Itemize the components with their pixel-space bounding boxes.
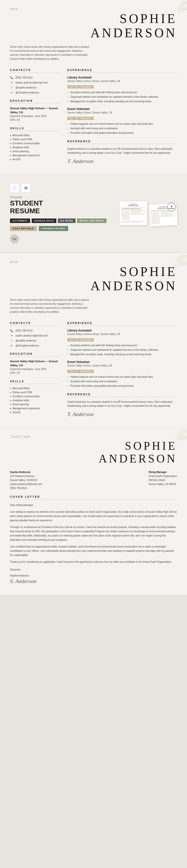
banner-tags: A4 FORMAT GOOGLE DOCS MS WORD READY FOR … — [10, 218, 112, 223]
cover-para-1: I am writing to express my interest in t… — [10, 510, 177, 523]
r2-j1-b1: Assisted students and staff with finding… — [67, 343, 177, 347]
phone-icon-2: 📞 — [10, 329, 13, 332]
resume2-job-1-title: Library Assistant — [67, 329, 177, 332]
resume2-school: Sunset Valley High School — Sunset Valle… — [10, 360, 60, 367]
education-title: EDUCATION — [10, 99, 60, 103]
instagram-icon: f — [10, 86, 13, 89]
template-label: Template — [10, 195, 112, 199]
skill-7: ArcGIS — [10, 158, 60, 161]
r2-j2-b1: Helped organize and run school events su… — [67, 375, 177, 379]
resume2-left: CONTACTS 📞 (555) 789-0123 ✉ sophie.ander… — [10, 321, 60, 417]
skills-title: SKILLS — [10, 127, 60, 131]
resume-name: SOPHIE ANDERSON — [10, 11, 177, 40]
resume2-signature: T. Anderson — [67, 411, 177, 417]
resume2-summary: Driven high school senior with strong or… — [10, 298, 90, 314]
job-2-bullet-2: Assisted with event setup and coordinati… — [67, 126, 177, 130]
resume2-skill-1: Microsoft Office — [10, 387, 60, 390]
template-banner: 📄 W Template STUDENT RESUME A4 FORMAT GO… — [0, 175, 187, 252]
easy-editable-button[interactable]: EASY EDITABLE — [10, 226, 37, 231]
banner-cta-row[interactable]: EASY EDITABLE CHANGE COLORS — [10, 226, 112, 231]
job-1-period: JUL '23 - PRESENT — [67, 85, 94, 89]
job-2: Event Volunteer Sunset Valley School, Su… — [67, 107, 177, 135]
scroll-down-button[interactable] — [10, 235, 19, 244]
job-1-bullet-2: Organized shelves and maintained an upda… — [67, 95, 177, 99]
email-icon-2: ✉ — [10, 334, 13, 337]
resume2-education-title: EDUCATION — [10, 352, 60, 356]
tag-google: GOOGLE DOCS — [32, 218, 57, 223]
skill-5: Event planning — [10, 150, 60, 153]
resume2-ref-text: Sophie Anderson is a standout student in… — [67, 400, 177, 408]
banner-left: 📄 W Template STUDENT RESUME A4 FORMAT GO… — [10, 184, 112, 244]
pages-badge: 2 PAGES — [167, 203, 176, 211]
banner-icon-row: 📄 W — [10, 184, 112, 192]
resume2-skill-2: Python and HTML — [10, 391, 60, 394]
resume2-instagram: f @sophie.anderson — [10, 339, 60, 342]
resume2-skills-title: SKILLS — [10, 380, 60, 384]
contacts-title: CONTACTS — [10, 68, 60, 73]
cover-para-3: I am confident that my organizational sk… — [10, 545, 177, 557]
resume2-job-1-company: Sunset Valley School Library, Sunset Val… — [67, 333, 177, 336]
linkedin-icon: in — [10, 91, 13, 94]
skill-3: Excellent communication — [10, 142, 60, 145]
r2-j1-b2: Organized shelves and maintained an upda… — [67, 348, 177, 352]
resume2-right: EXPERIENCE Library Assistant Sunset Vall… — [67, 321, 177, 417]
resume2-name: SOPHIE ANDERSON — [10, 265, 177, 293]
preview-card-1: SOPHIEANDERSON — [120, 202, 147, 225]
experience-title: EXPERIENCE — [67, 68, 177, 73]
cover-sig-block: Sincerely, Sophie Anderson S. Anderson — [10, 567, 177, 585]
resume2-year: 2024 — [10, 260, 177, 264]
sender-phone: (555) 789-0123 — [10, 486, 42, 490]
sender-address2: Sunset Valley, CA 90210 — [10, 478, 42, 482]
job-2-bullet-1: Helped organize and run school events su… — [67, 122, 177, 126]
reference-title: REFERENCE — [67, 140, 177, 144]
recipient-org: Green Earth Organization — [149, 474, 177, 478]
r2-j1-b3: Managed the circulation desk, including … — [67, 352, 177, 356]
school-name: Sunset Valley High School — Sunset Valle… — [10, 106, 60, 114]
r2-j2-b3: Provided information and guided attendee… — [67, 384, 177, 388]
recipient-name: Hiring Manager — [149, 470, 177, 474]
resume2-skill-4: Analytical skills — [10, 399, 60, 402]
cover-date: '13 OCT | 2024 — [10, 435, 177, 438]
job-1-bullet-1: Assisted students and staff with finding… — [67, 91, 177, 94]
cover-title-bar: COVER LETTER — [10, 495, 177, 499]
resume2-exp-title: EXPERIENCE — [67, 321, 177, 326]
change-colors-button[interactable]: CHANGE COLORS — [39, 226, 68, 231]
gpa: GPA: 3.8 — [10, 118, 60, 122]
resume2-skill-6: Management experience — [10, 407, 60, 410]
contact-linkedin: in @24sophie.anderson — [10, 91, 60, 94]
job-2-company: Sunset Valley School, Sunset Valley, CA — [67, 111, 177, 114]
resume2-job-1-bullets: Assisted students and staff with finding… — [67, 343, 177, 356]
instagram-icon-2: f — [10, 339, 13, 342]
job-1-bullets: Assisted students and staff with finding… — [67, 91, 177, 103]
job-1-company: Sunset Valley School Library, Sunset Val… — [67, 80, 177, 83]
job-2-period: JUL '23 - PRESENT — [67, 117, 94, 120]
resume2-graduation: Expected Graduation: June 2025 — [10, 367, 60, 371]
resume-summary: Driven high school senior with strong or… — [10, 45, 90, 61]
skill-4: Analytical skills — [10, 146, 60, 149]
tag-print: READY FOR PRINT — [77, 218, 106, 223]
phone-icon: 📞 — [10, 76, 13, 79]
contact-phone: 📞 (555) 789-0123 — [10, 76, 60, 79]
resume2-job-2: Event Volunteer Sunset Valley School, Su… — [67, 360, 177, 388]
resume2-skill-3: Excellent communication — [10, 395, 60, 398]
resume2-skill-5: Event planning — [10, 403, 60, 406]
resume-right-column: EXPERIENCE Library Assistant Sunset Vall… — [67, 68, 177, 164]
resume2-gpa: GPA: 3.8 — [10, 371, 60, 375]
cover-closing: Sincerely, — [10, 567, 177, 572]
skill-6: Management experience — [10, 154, 60, 157]
cover-sig-name: Sophie Anderson — [10, 574, 177, 577]
cover-signature: S. Anderson — [10, 578, 177, 585]
ms-word-icon: W — [22, 184, 30, 192]
cover-recipient: Hiring Manager Green Earth Organization … — [149, 470, 177, 490]
sender-address1: 123 Oakwood Avenue — [10, 474, 42, 478]
skill-1: Microsoft Office — [10, 134, 60, 137]
resume-section-2: 2024 SOPHIE ANDERSON Driven high school … — [0, 253, 187, 428]
job-1-bullet-3: Managed the circulation desk, including … — [67, 99, 177, 103]
resume2-job-1-period: JUL '23 - PRESENT — [67, 338, 94, 341]
resume2-email: ✉ sophie.anderson@email.com — [10, 334, 60, 337]
recipient-address2: Sunset Valley, CA 90210 — [149, 482, 177, 486]
resume2-job-1: Library Assistant Sunset Valley School L… — [67, 329, 177, 356]
resume2-ref-title: REFERENCE — [67, 393, 177, 397]
resume2-job-2-title: Event Volunteer — [67, 360, 177, 364]
linkedin-icon-2: in — [10, 344, 13, 347]
